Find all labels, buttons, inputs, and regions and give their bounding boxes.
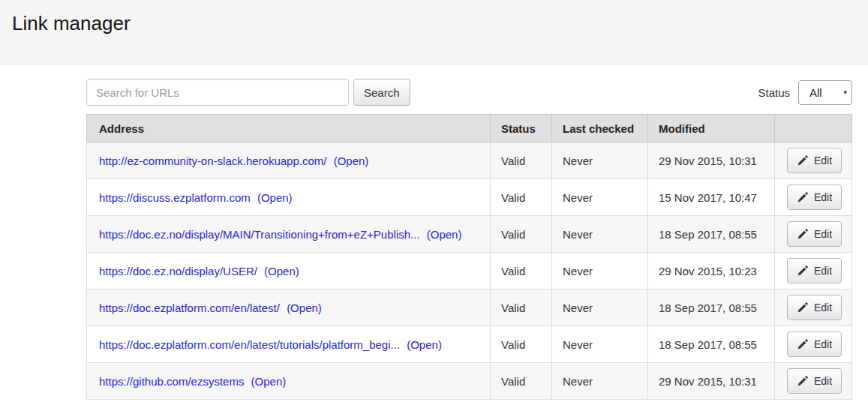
status-cell: Valid xyxy=(491,326,552,363)
address-cell: https://discuss.ezplatform.com (Open) xyxy=(87,179,491,216)
modified-cell: 15 Nov 2017, 10:47 xyxy=(648,179,775,216)
modified-cell: 29 Nov 2015, 10:31 xyxy=(648,363,775,400)
open-link[interactable]: (Open) xyxy=(257,191,293,204)
pencil-icon xyxy=(797,192,808,203)
last-checked-cell: Never xyxy=(552,363,648,400)
column-header-address: Address xyxy=(87,115,491,142)
edit-button[interactable]: Edit xyxy=(787,368,842,394)
column-header-modified: Modified xyxy=(648,115,775,142)
links-table: Address Status Last checked Modified htt… xyxy=(86,114,852,400)
pencil-icon xyxy=(797,376,808,387)
pencil-icon xyxy=(797,155,808,166)
status-cell: Valid xyxy=(491,290,552,326)
edit-button[interactable]: Edit xyxy=(787,148,842,173)
last-checked-cell: Never xyxy=(552,142,648,179)
column-header-checked: Last checked xyxy=(552,115,648,142)
pencil-icon xyxy=(797,266,808,277)
edit-button-label: Edit xyxy=(814,375,832,387)
edit-button-label: Edit xyxy=(814,228,832,240)
last-checked-cell: Never xyxy=(552,216,648,253)
pencil-icon xyxy=(797,229,808,240)
status-select[interactable]: All ▾ xyxy=(798,80,852,105)
status-cell: Valid xyxy=(491,179,552,216)
actions-cell: Edit xyxy=(775,253,852,290)
status-select-value: All xyxy=(809,86,822,99)
open-link[interactable]: (Open) xyxy=(407,338,442,351)
open-link[interactable]: (Open) xyxy=(264,265,299,278)
edit-button-label: Edit xyxy=(814,154,832,166)
search-input[interactable] xyxy=(86,79,349,106)
table-row: https://doc.ezplatform.com/en/latest/tut… xyxy=(87,326,852,363)
edit-button-label: Edit xyxy=(814,302,832,314)
address-cell: https://doc.ez.no/display/MAIN/Transitio… xyxy=(87,216,491,253)
address-cell: https://doc.ezplatform.com/en/latest/ (O… xyxy=(87,290,491,326)
status-cell: Valid xyxy=(491,363,552,400)
toolbar: Search Status All ▾ xyxy=(86,79,852,106)
status-filter-label: Status xyxy=(758,86,790,99)
edit-button[interactable]: Edit xyxy=(787,295,842,320)
table-row: http://ez-community-on-slack.herokuapp.c… xyxy=(87,142,852,179)
table-row: https://doc.ezplatform.com/en/latest/ (O… xyxy=(87,290,852,326)
actions-cell: Edit xyxy=(775,290,852,326)
url-link[interactable]: https://doc.ez.no/display/USER/ xyxy=(99,265,257,278)
edit-button-label: Edit xyxy=(814,265,832,277)
modified-cell: 29 Nov 2015, 10:31 xyxy=(648,142,775,179)
open-link[interactable]: (Open) xyxy=(334,154,369,167)
actions-cell: Edit xyxy=(775,142,852,179)
address-cell: http://ez-community-on-slack.herokuapp.c… xyxy=(87,142,491,179)
status-filter-group: Status All ▾ xyxy=(758,80,852,105)
open-link[interactable]: (Open) xyxy=(427,228,462,241)
page-header: Link manager xyxy=(0,0,868,64)
status-cell: Valid xyxy=(491,253,552,290)
last-checked-cell: Never xyxy=(552,253,648,290)
edit-button[interactable]: Edit xyxy=(787,221,842,247)
url-link[interactable]: https://doc.ez.no/display/MAIN/Transitio… xyxy=(99,228,420,241)
modified-cell: 18 Sep 2017, 08:55 xyxy=(648,326,775,363)
pencil-icon xyxy=(797,302,808,314)
edit-button[interactable]: Edit xyxy=(787,332,842,357)
status-cell: Valid xyxy=(491,216,552,253)
column-header-status: Status xyxy=(491,115,552,142)
column-header-actions xyxy=(775,115,852,142)
pencil-icon xyxy=(797,339,808,350)
page-title: Link manager xyxy=(0,0,868,35)
url-link[interactable]: https://discuss.ezplatform.com xyxy=(99,191,251,204)
address-cell: https://doc.ez.no/display/USER/ (Open) xyxy=(87,253,491,290)
edit-button-label: Edit xyxy=(814,338,832,350)
url-link[interactable]: https://github.com/ezsystems xyxy=(99,375,244,388)
url-link[interactable]: http://ez-community-on-slack.herokuapp.c… xyxy=(99,154,326,167)
actions-cell: Edit xyxy=(775,216,852,253)
open-link[interactable]: (Open) xyxy=(251,375,287,388)
status-cell: Valid xyxy=(491,142,552,179)
actions-cell: Edit xyxy=(775,326,852,363)
table-row: https://doc.ez.no/display/MAIN/Transitio… xyxy=(87,216,852,253)
modified-cell: 18 Sep 2017, 08:55 xyxy=(648,290,775,326)
actions-cell: Edit xyxy=(775,179,852,216)
modified-cell: 18 Sep 2017, 08:55 xyxy=(648,216,775,253)
url-link[interactable]: https://doc.ezplatform.com/en/latest/tut… xyxy=(99,338,400,351)
table-row: https://discuss.ezplatform.com (Open) Va… xyxy=(87,179,852,216)
search-button[interactable]: Search xyxy=(353,79,410,106)
edit-button[interactable]: Edit xyxy=(787,184,842,210)
chevron-down-icon: ▾ xyxy=(843,89,847,96)
address-cell: https://github.com/ezsystems (Open) xyxy=(87,363,491,400)
actions-cell: Edit xyxy=(775,363,852,400)
last-checked-cell: Never xyxy=(552,290,648,326)
address-cell: https://doc.ezplatform.com/en/latest/tut… xyxy=(87,326,491,363)
open-link[interactable]: (Open) xyxy=(287,302,322,314)
table-row: https://doc.ez.no/display/USER/ (Open) V… xyxy=(87,253,852,290)
edit-button[interactable]: Edit xyxy=(787,258,842,284)
edit-button-label: Edit xyxy=(814,191,832,203)
table-header: Address Status Last checked Modified xyxy=(87,115,852,142)
url-link[interactable]: https://doc.ezplatform.com/en/latest/ xyxy=(99,302,280,314)
modified-cell: 29 Nov 2015, 10:23 xyxy=(648,253,775,290)
last-checked-cell: Never xyxy=(552,179,648,216)
table-row: https://github.com/ezsystems (Open) Vali… xyxy=(87,363,852,400)
last-checked-cell: Never xyxy=(552,326,648,363)
